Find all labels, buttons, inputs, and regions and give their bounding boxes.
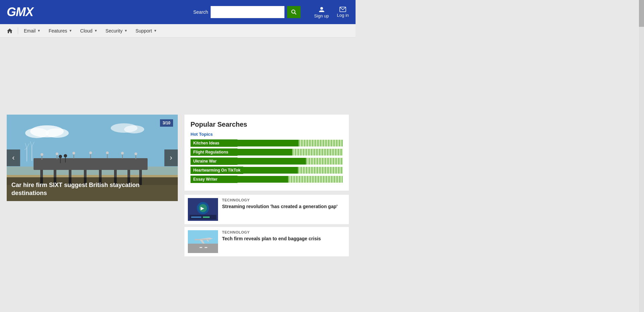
chevron-down-icon: ▼ [37,29,41,33]
svg-point-10 [124,125,144,133]
search-bar-fill-essay [237,176,288,183]
chevron-down-icon: ▼ [94,29,98,33]
popular-searches-title: Popular Searches [191,121,343,128]
search-bar-tiktok[interactable]: Heartwarming On TikTok [191,167,343,174]
slider-counter: 3/10 [160,119,173,127]
search-bar-ukraine[interactable]: Ukraine War [191,158,343,165]
svg-point-40 [121,152,124,154]
search-bar-track-ukraine [237,158,343,165]
thumb-streaming-img: ▶ [188,198,218,221]
svg-line-1 [295,13,297,15]
search-bar-track-essay [237,176,343,183]
slider-prev-button[interactable]: ‹ [7,149,20,166]
svg-point-38 [106,151,109,154]
svg-point-45 [64,154,67,158]
news-text-tech: TECHNOLOGY Tech firm reveals plan to end… [222,230,345,242]
svg-point-42 [135,152,137,155]
nav-item-security[interactable]: Security ▼ [102,24,131,37]
thumb-tech-img [188,230,218,253]
scrollbar[interactable] [639,0,644,312]
search-bar-fill-tiktok [243,167,298,174]
user-actions: Sign up Log in [314,6,349,18]
svg-rect-59 [205,247,207,248]
popular-searches: Popular Searches Hot Topics Kitchen Idea… [184,115,349,191]
svg-rect-53 [191,216,201,218]
news-text-streaming: TECHNOLOGY Streaming revolution 'has cre… [222,198,345,209]
svg-marker-4 [7,28,12,33]
slider-caption: Car hire firm SIXT suggest British stayc… [7,177,178,201]
login-link[interactable]: Log in [337,7,349,18]
svg-point-43 [59,155,62,158]
search-bar-dots-kitchen [299,140,343,146]
svg-rect-56 [188,244,218,253]
search-bar-dots-ukraine [306,158,343,165]
search-bar-label-ukraine: Ukraine War [191,158,237,165]
search-bar-track-kitchen [237,140,343,146]
tech-thumb-svg [188,230,218,253]
signup-link[interactable]: Sign up [314,6,329,18]
svg-rect-58 [200,247,202,248]
sidebar: Popular Searches Hot Topics Kitchen Idea… [184,115,349,259]
mail-icon [339,7,346,12]
chevron-down-icon: ▼ [69,29,72,33]
news-thumb-streaming: ▶ [188,198,218,221]
slider-next-button[interactable]: › [164,149,178,166]
search-bar-track-tiktok [243,167,343,174]
search-bar-label-tiktok: Heartwarming On TikTok [191,167,243,174]
svg-point-2 [320,7,323,10]
right-panel [356,0,644,312]
search-bar-label-kitchen: Kitchen Ideas [191,139,237,147]
search-bar-dots-flight [292,149,343,155]
nav-item-email[interactable]: Email ▼ [20,24,45,37]
search-label: Search [193,9,208,15]
slider-image: 3/10 ‹ › Car hire firm SIXT suggest Brit… [7,115,178,201]
nav-home-button[interactable] [3,28,16,34]
news-headline-tech: Tech firm reveals plan to end baggage cr… [222,236,345,242]
search-bar-flight[interactable]: Flight Regulations [191,148,343,156]
user-icon [318,6,325,13]
search-bar-fill-ukraine [237,158,306,165]
svg-point-34 [72,152,75,154]
search-bar-label-flight: Flight Regulations [191,148,237,156]
news-category-tech: TECHNOLOGY [222,230,345,234]
nav-item-cloud[interactable]: Cloud ▼ [76,24,102,37]
nav-item-support[interactable]: Support ▼ [131,24,161,37]
search-bar-fill-flight [237,149,292,155]
streaming-thumb-svg: ▶ [188,198,218,221]
header: GMX Search Sign up Log in [0,0,356,24]
svg-rect-20 [34,158,148,170]
search-bar-dots-tiktok [298,167,343,174]
svg-point-30 [41,153,43,156]
hot-topics-label: Hot Topics [191,132,343,137]
home-icon [7,28,13,34]
search-area: Search [193,6,301,18]
news-category-streaming: TECHNOLOGY [222,198,345,202]
search-button[interactable] [287,6,301,18]
signup-label: Sign up [314,13,329,18]
search-bar-kitchen[interactable]: Kitchen Ideas [191,139,343,147]
nav-divider [18,27,18,34]
svg-point-32 [56,152,58,155]
search-input[interactable] [211,6,284,18]
news-thumb-tech [188,230,218,253]
ad-area [0,38,356,115]
search-bar-fill-kitchen [237,140,299,146]
login-label: Log in [337,13,349,18]
svg-point-7 [25,128,49,138]
nav-item-features[interactable]: Features ▼ [45,24,76,37]
search-bar-track-flight [237,149,343,155]
search-bar-dots-essay [288,176,343,183]
svg-text:▶: ▶ [201,205,204,211]
svg-point-0 [292,10,295,13]
chevron-down-icon: ▼ [154,29,157,33]
svg-point-8 [45,128,69,138]
news-headline-streaming: Streaming revolution 'has created a gene… [222,203,345,209]
search-bar-label-essay: Essay Writer [191,176,237,183]
scrollbar-thumb[interactable] [639,0,644,27]
svg-point-36 [89,151,92,154]
search-bar-essay[interactable]: Essay Writer [191,176,343,183]
news-item-streaming[interactable]: ▶ TECHNOLOGY Streaming revolution 'has c… [184,195,349,224]
news-item-tech[interactable]: TECHNOLOGY Tech firm reveals plan to end… [184,227,349,256]
chevron-down-icon: ▼ [124,29,127,33]
logo[interactable]: GMX [7,5,33,19]
